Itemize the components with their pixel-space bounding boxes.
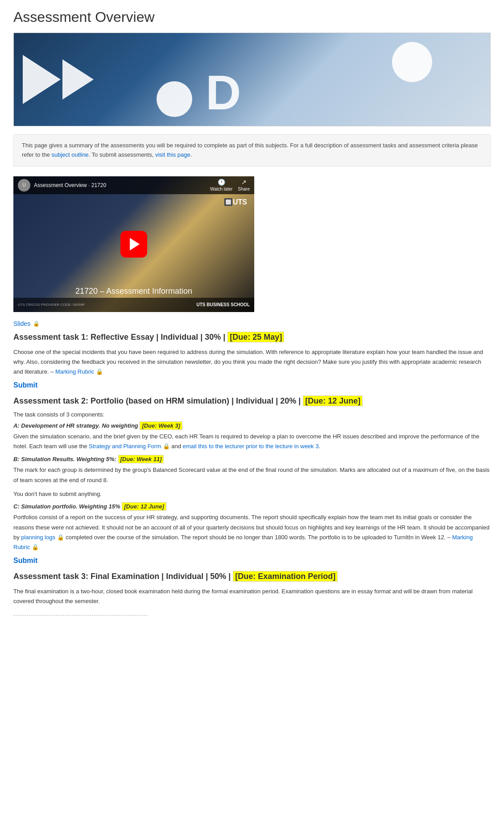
task2-part-c-text-middle: completed over the course of the simulat… [64, 534, 452, 541]
task3-title-prefix: Assessment task 3: Final Examination | I… [13, 572, 233, 581]
video-title-bar: U Assessment Overview · 21720 🕐 Watch la… [13, 176, 254, 194]
info-box: This page gives a summary of the assessm… [13, 134, 491, 167]
planning-logs-icon: 🔒 [57, 534, 64, 541]
task2-part-b-due: [Due: Week 11] [118, 455, 164, 463]
task3-due: [Due: Examination Period] [233, 571, 338, 582]
play-arrows [23, 55, 94, 104]
subject-outline-link[interactable]: subject outline [51, 151, 88, 158]
share-icon: ↗ [241, 179, 247, 186]
task2-part-b-description: The mark for each group is determined by… [13, 465, 491, 485]
task1-marking-icon: 🔒 [96, 368, 103, 375]
task2-part-a-title: A: Development of HR strategy. No weight… [13, 422, 491, 429]
task1-submit-link[interactable]: Submit [13, 381, 491, 389]
task2-part-a-text-after: . [318, 443, 320, 450]
video-container: U Assessment Overview · 21720 🕐 Watch la… [13, 176, 254, 312]
task2-part-b-title-text: B: Simulation Results. Weighting 5%: [13, 456, 118, 462]
task2-part-c-description: Portfolios consist of a report on the su… [13, 512, 491, 552]
share-label: Share [238, 187, 250, 192]
task3-title: Assessment task 3: Final Examination | I… [13, 571, 491, 582]
bottom-divider [13, 615, 147, 616]
page-title: Assessment Overview [13, 9, 491, 25]
clock-icon: 🕐 [218, 179, 225, 186]
watch-later-label: Watch later [210, 187, 232, 192]
task2-part-c-marking-icon: 🔒 [32, 544, 39, 550]
play-button[interactable] [120, 231, 147, 258]
planning-logs-link[interactable]: planning logs [21, 534, 55, 541]
task2-title-prefix: Assessment task 2: Portfolio (based on H… [13, 396, 303, 405]
task2-due: [Due: 12 June] [303, 396, 363, 406]
channel-avatar: U [18, 179, 30, 192]
play-arrow-2 [62, 59, 94, 100]
video-actions: 🕐 Watch later ↗ Share [210, 179, 250, 192]
task2-part-a-due: [Due: Week 3] [140, 421, 182, 430]
task2-part-c-due: [Due: 12 June] [122, 502, 166, 511]
visit-this-page-link[interactable]: visit this page [155, 151, 190, 158]
info-text-after: . [190, 151, 192, 158]
task1-description: Choose one of the special incidents that… [13, 347, 491, 377]
slides-link[interactable]: Slides [13, 320, 30, 327]
slides-row: Slides 🔒 [13, 320, 491, 327]
hero-banner: D [13, 33, 491, 126]
task1-marking-rubric-link[interactable]: Marking Rubric [55, 368, 94, 375]
play-arrow-1 [23, 55, 61, 104]
cricos-text: UTS CRICOS PROVIDER CODE: 00099F [18, 303, 85, 307]
task2-part-b-title: B: Simulation Results. Weighting 5%: [Du… [13, 456, 491, 462]
task2-part-c-title: C: Simulation portfolio. Weighting 15% [… [13, 503, 491, 510]
task3-description: The final examination is a two-hour, clo… [13, 587, 491, 606]
watch-later-action[interactable]: 🕐 Watch later [210, 179, 232, 192]
letter-d: D [206, 68, 241, 117]
uts-logo-text: 🔲UTS [224, 198, 247, 206]
task2-components-intro: The task consists of 3 components: [13, 411, 491, 418]
task2-part-a-description: Given the simulation scenario, and the b… [13, 432, 491, 451]
business-school-text: UTS BUSINESS SCHOOL [197, 302, 250, 307]
form-icon: 🔒 [163, 443, 170, 450]
info-text-middle: . To submit assessments, [89, 151, 155, 158]
uts-logo: 🔲UTS [224, 198, 247, 206]
task1-due: [Due: 25 May] [227, 332, 284, 342]
top-circle [392, 42, 432, 82]
task2-part-a-text-middle: and [170, 443, 183, 450]
email-lecturer-link[interactable]: email this to the lecturer prior to the … [183, 443, 319, 450]
task2-part-a-title-text: A: Development of HR strategy. No weight… [13, 422, 140, 429]
video-thumbnail[interactable]: U Assessment Overview · 21720 🕐 Watch la… [13, 176, 254, 312]
task1-title: Assessment task 1: Reflective Essay | In… [13, 332, 491, 343]
share-action[interactable]: ↗ Share [238, 179, 250, 192]
video-title-text: Assessment Overview · 21720 [34, 182, 207, 188]
task2-title: Assessment task 2: Portfolio (based on H… [13, 396, 491, 407]
circle-o [157, 81, 192, 117]
task2-submit-link[interactable]: Submit [13, 557, 491, 565]
task2-part-c-title-text: C: Simulation portfolio. Weighting 15% [13, 503, 122, 510]
task1-title-prefix: Assessment task 1: Reflective Essay | In… [13, 333, 227, 342]
strategy-planning-form-link[interactable]: Strategy and Planning Form [89, 443, 161, 450]
video-bottom-bar: UTS CRICOS PROVIDER CODE: 00099F UTS BUS… [13, 298, 254, 312]
task2-part-b-note: You don't have to submit anything. [13, 490, 491, 499]
slides-lock-icon: 🔒 [33, 321, 40, 327]
video-bottom-title: 21720 – Assessment Information [13, 287, 254, 296]
